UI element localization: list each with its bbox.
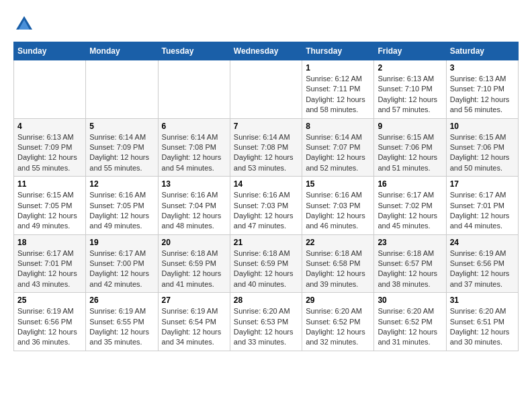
weekday-saturday: Saturday xyxy=(446,42,518,60)
day-info: Sunrise: 6:16 AM Sunset: 7:03 PM Dayligh… xyxy=(234,190,298,232)
day-info: Sunrise: 6:20 AM Sunset: 6:51 PM Dayligh… xyxy=(450,306,515,348)
table-row: 31Sunrise: 6:20 AM Sunset: 6:51 PM Dayli… xyxy=(446,293,518,351)
day-number: 20 xyxy=(162,238,226,247)
day-number: 23 xyxy=(378,238,442,247)
weekday-thursday: Thursday xyxy=(302,42,374,60)
day-number: 28 xyxy=(234,295,298,305)
day-number: 30 xyxy=(378,295,442,305)
table-row xyxy=(230,60,302,119)
table-row: 24Sunrise: 6:19 AM Sunset: 6:56 PM Dayli… xyxy=(446,234,518,293)
table-row: 7Sunrise: 6:14 AM Sunset: 7:08 PM Daylig… xyxy=(230,118,302,177)
table-row: 3Sunrise: 6:13 AM Sunset: 7:10 PM Daylig… xyxy=(446,60,518,119)
day-info: Sunrise: 6:20 AM Sunset: 6:52 PM Dayligh… xyxy=(306,306,370,348)
day-info: Sunrise: 6:13 AM Sunset: 7:09 PM Dayligh… xyxy=(17,132,82,174)
day-info: Sunrise: 6:16 AM Sunset: 7:04 PM Dayligh… xyxy=(162,190,226,232)
table-row: 30Sunrise: 6:20 AM Sunset: 6:52 PM Dayli… xyxy=(374,293,446,351)
calendar-week-4: 18Sunrise: 6:17 AM Sunset: 7:01 PM Dayli… xyxy=(14,234,519,293)
table-row: 27Sunrise: 6:19 AM Sunset: 6:54 PM Dayli… xyxy=(158,293,230,351)
day-info: Sunrise: 6:17 AM Sunset: 7:02 PM Dayligh… xyxy=(378,190,442,232)
day-info: Sunrise: 6:19 AM Sunset: 6:55 PM Dayligh… xyxy=(89,306,154,348)
day-info: Sunrise: 6:18 AM Sunset: 6:59 PM Dayligh… xyxy=(162,248,226,290)
day-number: 3 xyxy=(450,63,515,73)
weekday-wednesday: Wednesday xyxy=(230,42,302,60)
day-info: Sunrise: 6:13 AM Sunset: 7:10 PM Dayligh… xyxy=(378,74,442,116)
day-info: Sunrise: 6:15 AM Sunset: 7:06 PM Dayligh… xyxy=(378,132,442,174)
day-info: Sunrise: 6:16 AM Sunset: 7:03 PM Dayligh… xyxy=(306,190,370,232)
day-info: Sunrise: 6:14 AM Sunset: 7:07 PM Dayligh… xyxy=(306,132,370,174)
day-number: 22 xyxy=(306,238,370,247)
day-info: Sunrise: 6:14 AM Sunset: 7:08 PM Dayligh… xyxy=(162,132,226,174)
day-info: Sunrise: 6:17 AM Sunset: 7:01 PM Dayligh… xyxy=(17,248,82,290)
calendar-week-2: 4Sunrise: 6:13 AM Sunset: 7:09 PM Daylig… xyxy=(14,118,519,177)
weekday-sunday: Sunday xyxy=(14,42,86,60)
table-row: 14Sunrise: 6:16 AM Sunset: 7:03 PM Dayli… xyxy=(230,177,302,235)
table-row: 1Sunrise: 6:12 AM Sunset: 7:11 PM Daylig… xyxy=(302,60,374,119)
table-row: 15Sunrise: 6:16 AM Sunset: 7:03 PM Dayli… xyxy=(302,177,374,235)
table-row: 26Sunrise: 6:19 AM Sunset: 6:55 PM Dayli… xyxy=(86,293,158,351)
table-row: 13Sunrise: 6:16 AM Sunset: 7:04 PM Dayli… xyxy=(158,177,230,235)
weekday-friday: Friday xyxy=(374,42,446,60)
day-info: Sunrise: 6:18 AM Sunset: 6:57 PM Dayligh… xyxy=(378,248,442,290)
table-row: 17Sunrise: 6:17 AM Sunset: 7:01 PM Dayli… xyxy=(446,177,518,235)
day-number: 29 xyxy=(306,295,370,305)
day-info: Sunrise: 6:17 AM Sunset: 7:00 PM Dayligh… xyxy=(89,248,154,290)
day-info: Sunrise: 6:17 AM Sunset: 7:01 PM Dayligh… xyxy=(450,190,515,232)
weekday-monday: Monday xyxy=(86,42,158,60)
day-info: Sunrise: 6:12 AM Sunset: 7:11 PM Dayligh… xyxy=(306,74,370,116)
calendar-week-5: 25Sunrise: 6:19 AM Sunset: 6:56 PM Dayli… xyxy=(14,293,519,351)
table-row: 4Sunrise: 6:13 AM Sunset: 7:09 PM Daylig… xyxy=(14,118,86,177)
table-row: 18Sunrise: 6:17 AM Sunset: 7:01 PM Dayli… xyxy=(14,234,86,293)
table-row: 28Sunrise: 6:20 AM Sunset: 6:53 PM Dayli… xyxy=(230,293,302,351)
day-info: Sunrise: 6:20 AM Sunset: 6:53 PM Dayligh… xyxy=(234,306,298,348)
calendar-week-1: 1Sunrise: 6:12 AM Sunset: 7:11 PM Daylig… xyxy=(14,60,519,119)
day-info: Sunrise: 6:15 AM Sunset: 7:06 PM Dayligh… xyxy=(450,132,515,174)
day-number: 27 xyxy=(162,295,226,305)
day-number: 25 xyxy=(17,295,82,305)
day-info: Sunrise: 6:15 AM Sunset: 7:05 PM Dayligh… xyxy=(17,190,82,232)
day-number: 9 xyxy=(378,122,442,131)
table-row: 23Sunrise: 6:18 AM Sunset: 6:57 PM Dayli… xyxy=(374,234,446,293)
table-row: 6Sunrise: 6:14 AM Sunset: 7:08 PM Daylig… xyxy=(158,118,230,177)
day-number: 24 xyxy=(450,238,515,247)
calendar-week-3: 11Sunrise: 6:15 AM Sunset: 7:05 PM Dayli… xyxy=(14,177,519,235)
day-number: 31 xyxy=(450,295,515,305)
logo-icon xyxy=(13,13,35,35)
day-number: 4 xyxy=(17,122,82,131)
table-row: 19Sunrise: 6:17 AM Sunset: 7:00 PM Dayli… xyxy=(86,234,158,293)
day-number: 6 xyxy=(162,122,226,131)
table-row: 21Sunrise: 6:18 AM Sunset: 6:59 PM Dayli… xyxy=(230,234,302,293)
table-row: 2Sunrise: 6:13 AM Sunset: 7:10 PM Daylig… xyxy=(374,60,446,119)
table-row: 29Sunrise: 6:20 AM Sunset: 6:52 PM Dayli… xyxy=(302,293,374,351)
day-number: 10 xyxy=(450,122,515,131)
day-number: 2 xyxy=(378,63,442,73)
weekday-header-row: SundayMondayTuesdayWednesdayThursdayFrid… xyxy=(14,42,519,60)
day-number: 13 xyxy=(162,179,226,189)
weekday-tuesday: Tuesday xyxy=(158,42,230,60)
day-number: 19 xyxy=(89,238,154,247)
table-row xyxy=(14,60,86,119)
table-row: 16Sunrise: 6:17 AM Sunset: 7:02 PM Dayli… xyxy=(374,177,446,235)
table-row: 20Sunrise: 6:18 AM Sunset: 6:59 PM Dayli… xyxy=(158,234,230,293)
table-row xyxy=(86,60,158,119)
day-info: Sunrise: 6:14 AM Sunset: 7:09 PM Dayligh… xyxy=(89,132,154,174)
day-number: 7 xyxy=(234,122,298,131)
day-info: Sunrise: 6:13 AM Sunset: 7:10 PM Dayligh… xyxy=(450,74,515,116)
calendar-table: SundayMondayTuesdayWednesdayThursdayFrid… xyxy=(13,42,519,351)
table-row: 5Sunrise: 6:14 AM Sunset: 7:09 PM Daylig… xyxy=(86,118,158,177)
day-number: 17 xyxy=(450,179,515,189)
table-row: 10Sunrise: 6:15 AM Sunset: 7:06 PM Dayli… xyxy=(446,118,518,177)
day-number: 16 xyxy=(378,179,442,189)
table-row: 25Sunrise: 6:19 AM Sunset: 6:56 PM Dayli… xyxy=(14,293,86,351)
table-row: 12Sunrise: 6:16 AM Sunset: 7:05 PM Dayli… xyxy=(86,177,158,235)
day-info: Sunrise: 6:18 AM Sunset: 6:58 PM Dayligh… xyxy=(306,248,370,290)
day-info: Sunrise: 6:19 AM Sunset: 6:56 PM Dayligh… xyxy=(450,248,515,290)
table-row: 8Sunrise: 6:14 AM Sunset: 7:07 PM Daylig… xyxy=(302,118,374,177)
day-number: 21 xyxy=(234,238,298,247)
table-row xyxy=(158,60,230,119)
day-number: 15 xyxy=(306,179,370,189)
day-info: Sunrise: 6:20 AM Sunset: 6:52 PM Dayligh… xyxy=(378,306,442,348)
day-number: 14 xyxy=(234,179,298,189)
day-info: Sunrise: 6:18 AM Sunset: 6:59 PM Dayligh… xyxy=(234,248,298,290)
day-info: Sunrise: 6:19 AM Sunset: 6:56 PM Dayligh… xyxy=(17,306,82,348)
day-number: 26 xyxy=(89,295,154,305)
